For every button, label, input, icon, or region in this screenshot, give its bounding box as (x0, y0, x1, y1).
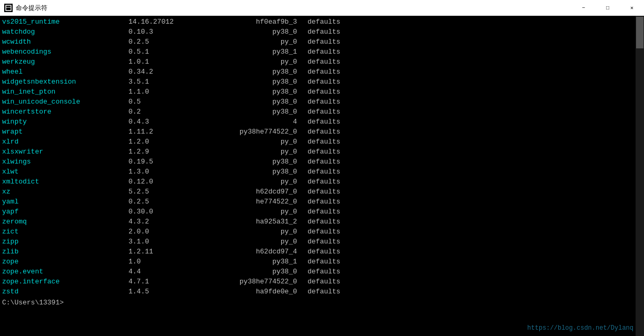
package-name: zope.interface (2, 277, 128, 287)
package-version: 0.2 (128, 107, 202, 117)
table-row: vs2015_runtime14.16.27012hf0eaf9b_3defau… (2, 17, 633, 27)
package-channel: defaults (308, 97, 340, 107)
package-name: zict (2, 227, 128, 237)
package-name: widgetsnbextension (2, 77, 128, 87)
package-version: 1.3.0 (128, 167, 202, 177)
package-channel: defaults (308, 217, 340, 227)
table-row: xlrd1.2.0py_0defaults (2, 137, 633, 147)
package-version: 0.5.1 (128, 47, 202, 57)
package-version: 0.34.2 (128, 67, 202, 77)
package-build: hf0eaf9b_3 (202, 17, 308, 27)
package-build: py_0 (202, 237, 308, 247)
package-build: py38_0 (202, 87, 308, 97)
package-channel: defaults (308, 287, 340, 297)
package-channel: defaults (308, 157, 340, 167)
package-name: wincertstore (2, 107, 128, 117)
package-channel: defaults (308, 207, 340, 217)
package-name: wcwidth (2, 37, 128, 47)
package-version: 0.5 (128, 97, 202, 107)
package-name: xmltodict (2, 177, 128, 187)
package-build: py38_0 (202, 167, 308, 177)
package-version: 3.5.1 (128, 77, 202, 87)
package-channel: defaults (308, 117, 340, 127)
package-version: 1.0.1 (128, 57, 202, 67)
package-channel: defaults (308, 127, 340, 137)
table-row: watchdog0.10.3py38_0defaults (2, 27, 633, 37)
package-channel: defaults (308, 87, 340, 97)
package-channel: defaults (308, 27, 340, 37)
table-row: wrapt1.11.2py38he774522_0defaults (2, 127, 633, 137)
table-row: widgetsnbextension3.5.1py38_0defaults (2, 77, 633, 87)
package-channel: defaults (308, 137, 340, 147)
table-row: zope.event4.4py38_0defaults (2, 267, 633, 277)
package-version: 4.7.1 (128, 277, 202, 287)
table-row: wincertstore0.2py38_0defaults (2, 107, 633, 117)
package-channel: defaults (308, 47, 340, 57)
package-name: vs2015_runtime (2, 17, 128, 27)
package-version: 5.2.5 (128, 187, 202, 197)
prompt-line: C:\Users\13391> (2, 298, 633, 308)
package-version: 0.30.0 (128, 207, 202, 217)
package-channel: defaults (308, 197, 340, 207)
package-build: py_0 (202, 137, 308, 147)
package-build: py_0 (202, 147, 308, 157)
prompt-path: C:\Users\13391> (2, 299, 64, 307)
minimize-button[interactable]: − (571, 0, 596, 16)
package-name: zeromq (2, 217, 128, 227)
package-version: 2.0.0 (128, 227, 202, 237)
package-name: xz (2, 187, 128, 197)
package-channel: defaults (308, 267, 340, 277)
package-build: h62dcd97_4 (202, 247, 308, 257)
package-build: py_0 (202, 177, 308, 187)
package-build: py38_1 (202, 257, 308, 267)
table-row: yaml0.2.5he774522_0defaults (2, 197, 633, 207)
package-name: win_unicode_console (2, 97, 128, 107)
package-channel: defaults (308, 67, 340, 77)
package-version: 1.2.9 (128, 147, 202, 157)
table-row: zstd1.4.5ha9fde0e_0defaults (2, 287, 633, 297)
table-row: webencodings0.5.1py38_1defaults (2, 47, 633, 57)
package-channel: defaults (308, 187, 340, 197)
package-name: zstd (2, 287, 128, 297)
terminal-window[interactable]: vs2015_runtime14.16.27012hf0eaf9b_3defau… (0, 16, 644, 336)
package-channel: defaults (308, 277, 340, 287)
terminal-content: vs2015_runtime14.16.27012hf0eaf9b_3defau… (0, 16, 636, 309)
package-build: py38_0 (202, 97, 308, 107)
scrollbar-thumb[interactable] (636, 17, 643, 48)
table-row: zipp3.1.0py_0defaults (2, 237, 633, 247)
package-version: 1.0 (128, 257, 202, 267)
close-button[interactable]: ✕ (620, 0, 644, 16)
package-channel: defaults (308, 147, 340, 157)
package-name: win_inet_pton (2, 87, 128, 97)
table-row: xlsxwriter1.2.9py_0defaults (2, 147, 633, 157)
package-channel: defaults (308, 17, 340, 27)
package-channel: defaults (308, 37, 340, 47)
package-name: winpty (2, 117, 128, 127)
maximize-button[interactable]: □ (596, 0, 620, 16)
package-build: py38_0 (202, 67, 308, 77)
package-build: py38_0 (202, 77, 308, 87)
scrollbar[interactable] (636, 16, 644, 336)
package-build: py38_1 (202, 47, 308, 57)
package-build: py38_0 (202, 157, 308, 167)
package-channel: defaults (308, 177, 340, 187)
package-channel: defaults (308, 237, 340, 247)
package-build: ha925a31_2 (202, 217, 308, 227)
package-version: 14.16.27012 (128, 17, 202, 27)
package-build: py38_0 (202, 27, 308, 37)
package-name: zope (2, 257, 128, 267)
package-name: yaml (2, 197, 128, 207)
package-build: py38_0 (202, 107, 308, 117)
package-version: 0.2.5 (128, 37, 202, 47)
package-name: zlib (2, 247, 128, 257)
table-row: winpty0.4.34defaults (2, 117, 633, 127)
window-title: 命令提示符 (16, 4, 47, 13)
table-row: yapf0.30.0py_0defaults (2, 207, 633, 217)
package-name: zipp (2, 237, 128, 247)
package-version: 0.12.0 (128, 177, 202, 187)
package-version: 0.10.3 (128, 27, 202, 37)
package-build: py_0 (202, 37, 308, 47)
table-row: zope.interface4.7.1py38he774522_0default… (2, 277, 633, 287)
table-row: zeromq4.3.2ha925a31_2defaults (2, 217, 633, 227)
package-version: 1.1.0 (128, 87, 202, 97)
